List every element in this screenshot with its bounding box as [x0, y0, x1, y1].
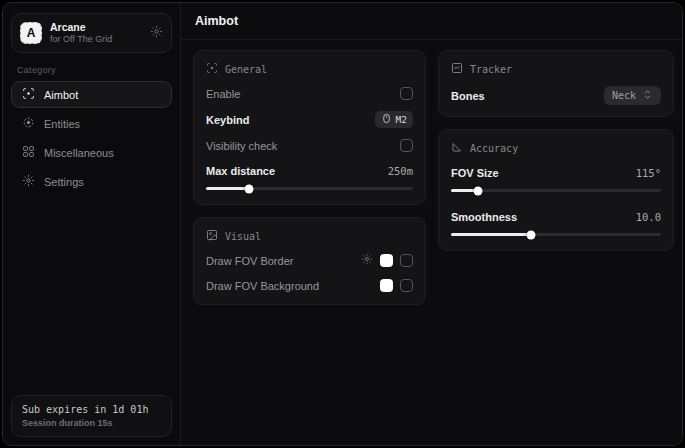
session-duration-text: Session duration 15s: [22, 418, 161, 428]
panel-tracker: Tracker Bones Neck: [438, 50, 674, 117]
row-keybind: Keybind M2: [206, 111, 413, 128]
panel-general-title: General: [206, 62, 413, 76]
panel-tracker-title: Tracker: [451, 62, 661, 76]
fov-border-color-swatch[interactable]: [380, 254, 393, 267]
sidebar-nav: Aimbot Entities Miscella: [11, 81, 172, 195]
column-right: Tracker Bones Neck: [438, 50, 674, 251]
fov-background-color-swatch[interactable]: [380, 279, 393, 292]
sidebar: A Arcane for Off The Grid Category: [3, 3, 181, 445]
panel-title-text: Visual: [225, 231, 261, 242]
fov-background-checkbox[interactable]: [400, 279, 413, 292]
crosshair-icon: [206, 62, 218, 76]
triangle-ruler-icon: [451, 141, 463, 155]
keybind-label: Keybind: [206, 114, 249, 126]
crosshair-icon: [22, 87, 35, 102]
category-label: Category: [17, 65, 166, 75]
row-visibility-check: Visibility check: [206, 138, 413, 153]
row-max-distance: Max distance 250m: [206, 163, 413, 178]
grid-icon: [22, 145, 35, 160]
max-distance-value: 250m: [388, 165, 413, 177]
panel-accuracy: Accuracy FOV Size 115° Smoothness 10.0: [438, 129, 674, 251]
column-left: General Enable Keybind: [193, 50, 426, 305]
slider-thumb[interactable]: [245, 184, 254, 193]
visibility-checkbox[interactable]: [400, 139, 413, 152]
main-area: Aimbot General E: [181, 3, 683, 445]
sub-expires-text: Sub expires in 1d 01h: [22, 404, 161, 415]
max-distance-slider[interactable]: [206, 184, 413, 193]
gear-icon: [361, 253, 373, 268]
panel-title-text: General: [225, 64, 267, 75]
sidebar-item-settings[interactable]: Settings: [11, 168, 172, 195]
sidebar-item-label: Entities: [44, 118, 80, 130]
sidebar-item-label: Miscellaneous: [44, 147, 114, 159]
bones-value: Neck: [612, 90, 636, 101]
smoothness-value: 10.0: [636, 211, 661, 223]
gear-icon: [22, 174, 35, 189]
bones-label: Bones: [451, 90, 485, 102]
visibility-check-label: Visibility check: [206, 140, 277, 152]
panel-visual: Visual Draw FOV Border: [193, 217, 426, 305]
content: General Enable Keybind: [181, 40, 683, 315]
draw-fov-border-label: Draw FOV Border: [206, 255, 293, 267]
fov-border-tools: [361, 253, 413, 268]
app-window: A Arcane for Off The Grid Category: [2, 2, 683, 446]
app-subtitle: for Off The Grid: [50, 34, 142, 45]
draw-fov-background-label: Draw FOV Background: [206, 280, 319, 292]
brand-card: A Arcane for Off The Grid: [11, 13, 172, 53]
row-enable: Enable: [206, 86, 413, 101]
sidebar-item-aimbot[interactable]: Aimbot: [11, 81, 172, 108]
fov-size-slider[interactable]: [451, 186, 661, 195]
subscription-card: Sub expires in 1d 01h Session duration 1…: [11, 395, 172, 437]
slider-fill: [451, 233, 531, 236]
brand-settings-button[interactable]: [150, 25, 163, 41]
sidebar-item-label: Aimbot: [44, 89, 78, 101]
sidebar-item-label: Settings: [44, 176, 84, 188]
mouse-icon: [381, 113, 392, 126]
fov-background-tools: [380, 279, 413, 292]
smoothness-slider[interactable]: [451, 230, 661, 239]
tracker-icon: [451, 62, 463, 76]
panel-accuracy-title: Accuracy: [451, 141, 661, 155]
chevrons-up-down-icon: [642, 89, 653, 102]
fov-border-settings-button[interactable]: [361, 253, 373, 268]
page-title: Aimbot: [195, 14, 238, 28]
max-distance-label: Max distance: [206, 165, 275, 177]
sidebar-item-miscellaneous[interactable]: Miscellaneous: [11, 139, 172, 166]
fov-border-checkbox[interactable]: [400, 254, 413, 267]
fov-size-value: 115°: [636, 167, 661, 179]
panel-title-text: Accuracy: [470, 143, 518, 154]
panel-visual-title: Visual: [206, 229, 413, 243]
fov-size-label: FOV Size: [451, 167, 499, 179]
sidebar-item-entities[interactable]: Entities: [11, 110, 172, 137]
panel-title-text: Tracker: [470, 64, 512, 75]
app-logo: A: [20, 22, 42, 44]
row-smoothness: Smoothness 10.0: [451, 209, 661, 224]
slider-fill: [206, 187, 249, 190]
image-icon: [206, 229, 218, 243]
bones-select[interactable]: Neck: [604, 86, 661, 105]
brand-text: Arcane for Off The Grid: [50, 21, 142, 45]
panel-general: General Enable Keybind: [193, 50, 426, 205]
enable-checkbox[interactable]: [400, 87, 413, 100]
keybind-value: M2: [396, 114, 407, 125]
page-header: Aimbot: [181, 3, 683, 40]
slider-thumb[interactable]: [474, 186, 483, 195]
keybind-button[interactable]: M2: [375, 111, 413, 128]
smoothness-label: Smoothness: [451, 211, 517, 223]
row-fov-size: FOV Size 115°: [451, 165, 661, 180]
entities-icon: [22, 116, 35, 131]
row-draw-fov-border: Draw FOV Border: [206, 253, 413, 268]
app-name: Arcane: [50, 21, 142, 34]
row-draw-fov-background: Draw FOV Background: [206, 278, 413, 293]
gear-icon: [150, 25, 163, 41]
row-bones: Bones Neck: [451, 86, 661, 105]
slider-thumb[interactable]: [526, 230, 535, 239]
enable-label: Enable: [206, 88, 240, 100]
